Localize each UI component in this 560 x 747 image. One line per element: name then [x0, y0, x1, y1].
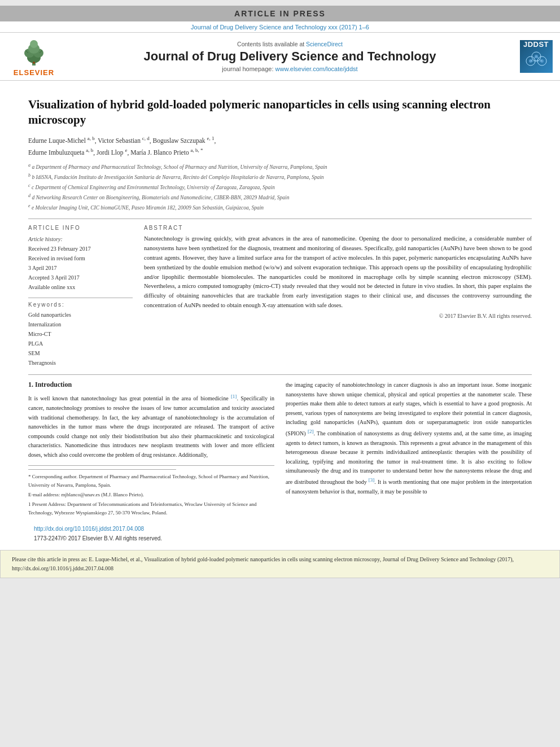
- present-note: 1 Present Address: Department of Telecom…: [28, 500, 274, 517]
- affil-d: d d Networking Research Center on Bioeng…: [28, 193, 532, 202]
- intro-left-text: It is well known that nanotechnology has…: [28, 392, 274, 460]
- footnote-horizontal-line: [28, 469, 176, 470]
- affil-a: a a Department of Pharmacy and Pharmaceu…: [28, 162, 532, 172]
- bottom-bar: http://dx.doi.org/10.1016/j.jddst.2017.0…: [28, 522, 274, 535]
- keywords-section: Keywords: Gold nanoparticles Internaliza…: [28, 298, 133, 368]
- svg-point-6: [33, 62, 35, 64]
- keyword-5: SEM: [28, 348, 133, 358]
- science-direct-link[interactable]: ScienceDirect: [306, 41, 343, 47]
- abstract-text: Nanotechnology is growing quickly, with …: [144, 234, 532, 310]
- article-info-abstract-section: ARTICLE INFO Article history: Received 2…: [28, 219, 532, 368]
- homepage-link[interactable]: www.elsevier.com/locate/jddst: [275, 65, 358, 72]
- svg-point-5: [30, 40, 38, 48]
- article-info-label: ARTICLE INFO: [28, 225, 133, 231]
- affil-b: b b IdiSNA, Fundación Instituto de Inves…: [28, 172, 532, 182]
- ref-1: [1]: [231, 394, 237, 399]
- issn-line: 1773-2247/© 2017 Elsevier B.V. All right…: [28, 535, 274, 544]
- keyword-6: Theragnosis: [28, 358, 133, 368]
- footnotes: * Corresponding author. Department of Ph…: [28, 465, 274, 517]
- journal-title-block: Contents lists available at ScienceDirec…: [62, 41, 518, 72]
- affiliations: a a Department of Pharmacy and Pharmaceu…: [28, 162, 532, 212]
- journal-header: ELSEVIER Contents lists available at Sci…: [0, 32, 560, 81]
- doi-line: http://dx.doi.org/10.1016/j.jddst.2017.0…: [34, 526, 144, 532]
- keyword-1: Gold nanoparticles: [28, 310, 133, 320]
- left-col: ARTICLE INFO Article history: Received 2…: [28, 219, 133, 368]
- available-online: Available online xxx: [28, 282, 133, 292]
- citation-banner: Please cite this article in press as: E.…: [0, 550, 560, 578]
- article-in-press-banner: ARTICLE IN PRESS: [0, 6, 560, 21]
- doi-link[interactable]: http://dx.doi.org/10.1016/j.jddst.2017.0…: [34, 526, 144, 532]
- intro-left-col: 1. Introduction It is well known that na…: [28, 381, 274, 544]
- homepage-text: journal homepage:: [222, 65, 273, 72]
- jddst-logo: JDDST: [518, 40, 554, 73]
- intro-heading: 1. Introduction: [28, 381, 274, 389]
- elsevier-label: ELSEVIER: [14, 68, 54, 77]
- elsevier-tree-icon: [17, 36, 51, 67]
- journal-ref-line: Journal of Drug Delivery Science and Tec…: [0, 21, 560, 32]
- history-label: Article history:: [28, 234, 133, 244]
- abstract-label: ABSTRACT: [144, 225, 532, 231]
- journal-main-title: Journal of Drug Delivery Science and Tec…: [62, 49, 518, 64]
- main-content: Visualization of hybrid gold-loaded poly…: [0, 81, 560, 550]
- abstract-copyright: © 2017 Elsevier B.V. All rights reserved…: [144, 313, 532, 319]
- contents-text: Contents lists available at: [237, 41, 304, 47]
- citation-text: Please cite this article in press as: E.…: [12, 556, 514, 571]
- jddst-box: JDDST: [520, 40, 553, 73]
- right-col: ABSTRACT Nanotechnology is growing quick…: [144, 219, 532, 368]
- journal-ref-text: Journal of Drug Delivery Science and Tec…: [191, 24, 369, 30]
- accepted-date: Accepted 3 April 2017: [28, 273, 133, 282]
- revised-date: 3 April 2017: [28, 263, 133, 273]
- ref-2: [2]: [308, 429, 314, 434]
- keyword-4: PLGA: [28, 339, 133, 348]
- contents-line: Contents lists available at ScienceDirec…: [62, 41, 518, 47]
- affil-c: c c Department of Chemical Engineering a…: [28, 182, 532, 192]
- email-note: E-mail address: mjblanco@unav.es (M.J. B…: [28, 491, 274, 499]
- intro-right-col: the imaging capacity of nanobiotechnolog…: [286, 381, 532, 544]
- banner-text: ARTICLE IN PRESS: [234, 9, 326, 18]
- article-title: Visualization of hybrid gold-loaded poly…: [28, 97, 532, 128]
- ref-3: [3]: [369, 477, 375, 483]
- author-2: Edurne Imbuluzqueta a, b, Jordi Llop e, …: [28, 149, 203, 156]
- keyword-3: Micro-CT: [28, 329, 133, 339]
- elsevier-logo: ELSEVIER: [6, 36, 62, 77]
- authors: Edurne Luque-Michel a, b, Victor Sebasti…: [28, 135, 532, 158]
- introduction-section: 1. Introduction It is well known that na…: [28, 374, 532, 544]
- revised-label: Received in revised form: [28, 254, 133, 263]
- author-1: Edurne Luque-Michel a, b, Victor Sebasti…: [28, 137, 216, 144]
- received-date: Received 23 February 2017: [28, 244, 133, 254]
- homepage-line: journal homepage: www.elsevier.com/locat…: [62, 65, 518, 72]
- affil-e: e e Molecular Imaging Unit, CIC biomaGUN…: [28, 203, 532, 212]
- page: ARTICLE IN PRESS Journal of Drug Deliver…: [0, 6, 560, 578]
- article-history-block: Article history: Received 23 February 20…: [28, 234, 133, 292]
- intro-right-text: the imaging capacity of nanobiotechnolog…: [286, 381, 532, 496]
- keyword-2: Internalization: [28, 320, 133, 329]
- corresponding-note: * Corresponding author. Department of Ph…: [28, 473, 274, 489]
- keywords-label: Keywords:: [28, 302, 133, 308]
